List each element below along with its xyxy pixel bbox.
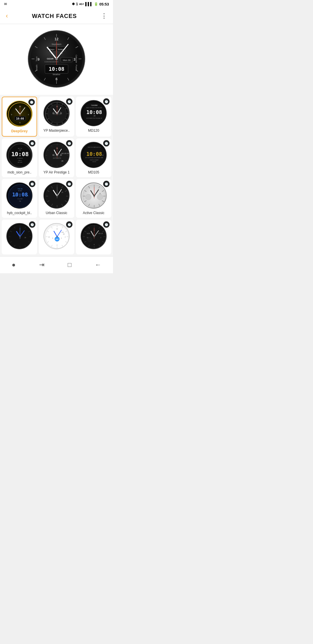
svg-text:32: 32 (102, 154, 104, 156)
nav-home-button[interactable]: □ (62, 259, 77, 270)
watch-preview-area: 12 3 6 9 StopWatch Timer Calendar Health… (0, 24, 113, 95)
watch-thumb-dark-blue: 28 (6, 223, 32, 249)
watch-face-item-urban-classic[interactable]: 🕐 (39, 179, 74, 218)
back-button[interactable]: ‹ (5, 11, 9, 21)
svg-point-115 (57, 155, 58, 156)
status-bar: ✉ ✱ 1 4G+ ▌▌▌ 🔋 05:53 (0, 0, 113, 8)
svg-point-191 (19, 236, 21, 238)
battery-icon: 🔋 (94, 2, 98, 6)
svg-point-240 (88, 237, 92, 242)
svg-text:MON TUE WED THU FRI SAT: MON TUE WED THU FRI SAT (86, 107, 102, 108)
svg-text:12: 12 (54, 37, 59, 41)
svg-text:100: 100 (14, 195, 17, 197)
svg-point-244 (94, 236, 95, 238)
watch-face-label-md105: MD105 (88, 170, 99, 174)
svg-text:2: 2 (65, 236, 66, 238)
svg-point-40 (55, 58, 58, 60)
overflow-menu-button[interactable]: ⋮ (100, 11, 108, 21)
svg-text:10:08: 10:08 (16, 117, 24, 120)
svg-point-74 (57, 113, 58, 114)
clock-badge: 🕐 (103, 181, 110, 187)
clock-badge: 🕐 (29, 181, 35, 187)
svg-text:10  28  AUG: 10 28 AUG (17, 158, 23, 159)
svg-text:28: 28 (61, 191, 63, 193)
svg-text:Power: Power (75, 65, 77, 71)
page-title: WATCH FACES (32, 13, 77, 19)
sim-icon: 1 (76, 2, 78, 6)
watch-thumb-mob-sion: 89 5.7m TUE 10:08 10 28 AUG PM 35 100 34… (6, 142, 32, 168)
watch-face-item-white-steps[interactable]: 🕐 (39, 220, 74, 254)
svg-text:100: 100 (13, 155, 16, 157)
svg-text:OFF  CENTRAL EUROPEAN TIME: OFF CENTRAL EUROPEAN TIME (85, 157, 103, 158)
watch-face-item-hyb-cockpit[interactable]: 🕐 THU 06 89 892 10:08 5.7m 3457 PM 100 3… (2, 179, 37, 218)
svg-point-166 (85, 194, 91, 200)
nav-dot-button[interactable]: ● (6, 259, 21, 270)
svg-text:10:08: 10:08 (86, 151, 102, 157)
svg-text:3: 3 (74, 57, 76, 61)
svg-text:Weather: Weather (53, 73, 61, 75)
watch-face-item-dark-blue[interactable]: 🕐 (2, 220, 37, 254)
svg-text:7.10.2018: 7.10.2018 (91, 104, 97, 106)
svg-text:PM        35: PM 35 (18, 160, 22, 161)
svg-text:FRI 28: FRI 28 (98, 233, 103, 234)
clock-badge: 🕐 (103, 221, 110, 228)
svg-text:6: 6 (56, 77, 58, 81)
watch-face-item-mob-sion[interactable]: 🕐 89 5.7m TUE 10:08 10 28 AUG PM 35 100 … (2, 138, 37, 177)
svg-point-172 (94, 196, 95, 197)
svg-point-218 (57, 236, 58, 237)
header: ‹ WATCH FACES ⋮ (0, 8, 113, 24)
svg-text:Mon 30: Mon 30 (63, 59, 71, 61)
svg-text:Health: Health (36, 65, 38, 70)
watch-face-item-md105[interactable]: 🕐 2018 THU DATE AUG-30 10:08 OFF CENTRAL… (76, 138, 111, 177)
watch-thumb-md105: 2018 THU DATE AUG-30 10:08 OFF CENTRAL E… (81, 142, 107, 168)
status-left: ✉ (4, 2, 7, 6)
status-right: ✱ 1 4G+ ▌▌▌ 🔋 05:53 (72, 2, 109, 6)
watch-face-item-md120[interactable]: 🕐 7.10.2018 MON TUE WED THU FRI SAT 10:0… (76, 97, 111, 137)
svg-text:THU 06: THU 06 (17, 188, 22, 190)
svg-text:5.7m   3457: 5.7m 3457 (17, 198, 23, 200)
grid-container: 🕐 12 3 6 9 10:08 DeepGr (2, 97, 111, 254)
clock-badge: 🕐 (66, 221, 72, 228)
clock-badge: 🕐 (28, 99, 35, 105)
svg-text:8: 8 (52, 237, 53, 239)
svg-text:4: 4 (61, 237, 62, 239)
svg-point-167 (97, 194, 103, 200)
nav-recent-button[interactable]: ⇥ (33, 259, 50, 270)
svg-text::32: :32 (93, 115, 95, 117)
clock-badge: 🕐 (66, 181, 72, 187)
watch-thumb-dark-sport: A 12 FRI 28 2 6 10 9430 (81, 223, 107, 249)
svg-text:35: 35 (27, 195, 28, 197)
4g-icon: 4G+ (79, 3, 84, 6)
svg-point-52 (19, 114, 21, 115)
nav-back-button[interactable]: ← (89, 259, 107, 270)
watch-face-item-yp-air[interactable]: 🕐 (39, 138, 74, 177)
status-time: 05:53 (99, 2, 109, 6)
watch-face-item-deepgrey[interactable]: 🕐 12 3 6 9 10:08 DeepGr (2, 97, 37, 137)
watch-faces-grid: 🕐 12 3 6 9 10:08 DeepGr (0, 95, 113, 256)
watch-face-item-active-classic[interactable]: 🕐 (76, 179, 111, 218)
watch-thumb-deepgrey: 12 3 6 9 10:08 (6, 101, 32, 127)
mail-icon: ✉ (4, 2, 7, 6)
watch-face-label-urban-classic: Urban Classic (46, 211, 68, 215)
watch-thumb-yp-masterpiece: 12 (43, 100, 70, 126)
watch-thumb-yp-air: 11 165 135 105 29 10:08:32 AUTOMATIC (43, 142, 70, 168)
watch-face-item-dark-sport[interactable]: 🕐 (76, 220, 111, 254)
svg-text:STEPS    ♥ HEART: STEPS ♥ HEART (90, 159, 99, 161)
svg-text:10:08: 10:08 (86, 109, 102, 115)
svg-text:28: 28 (99, 193, 101, 194)
clock-badge: 🕐 (29, 221, 35, 228)
svg-text:35: 35 (27, 155, 29, 157)
svg-text:10: 10 (48, 236, 50, 238)
svg-text:2018 THU  DATE AUG-30: 2018 THU DATE AUG-30 (88, 146, 101, 148)
svg-text:165 135 105: 165 135 105 (61, 153, 69, 154)
svg-text:9430: 9430 (87, 233, 90, 234)
svg-text:0.00  00: 0.00 00 (92, 161, 96, 162)
svg-text:GEAR: GEAR (47, 57, 53, 60)
svg-text:Timer: Timer (36, 56, 38, 61)
svg-text:6: 6 (57, 244, 58, 246)
watch-thumb-urban-classic: 28 (43, 182, 70, 209)
clock-badge: 🕐 (103, 140, 110, 146)
svg-text:9: 9 (38, 57, 40, 61)
watch-face-label-md120: MD120 (88, 129, 99, 133)
watch-face-item-yp-masterpiece[interactable]: 🕐 12 (39, 97, 74, 137)
